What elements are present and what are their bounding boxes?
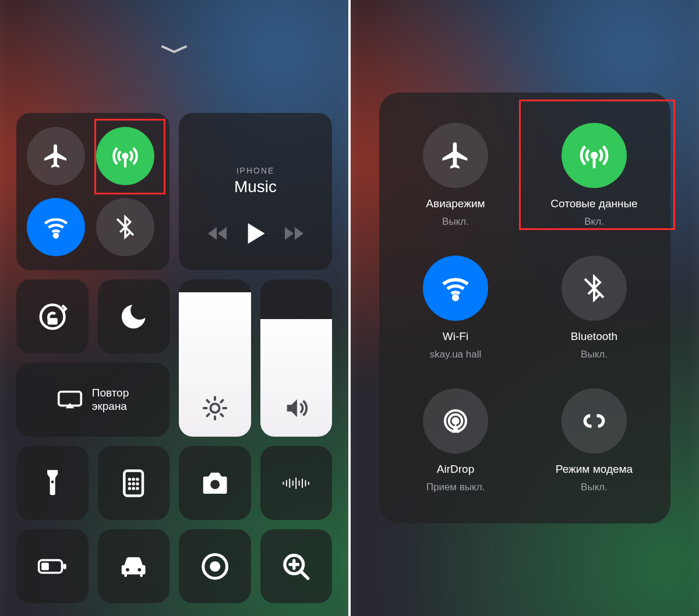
svg-point-48 bbox=[454, 296, 458, 300]
svg-point-19 bbox=[136, 477, 139, 480]
wifi-toggle[interactable] bbox=[27, 198, 85, 256]
rewind-button[interactable] bbox=[206, 225, 228, 242]
hotspot-label: Режим модема bbox=[556, 463, 633, 476]
cellular-data-toggle[interactable] bbox=[562, 123, 627, 188]
wifi-cell[interactable]: Wi-Fi skay.ua hall bbox=[386, 242, 525, 374]
airplane-mode-label: Авиарежим bbox=[426, 197, 485, 210]
voice-memo-button[interactable] bbox=[260, 446, 333, 520]
svg-point-25 bbox=[136, 487, 139, 490]
svg-point-20 bbox=[128, 482, 131, 485]
screen-mirroring-button[interactable]: Повторэкрана bbox=[16, 363, 170, 437]
svg-point-23 bbox=[128, 487, 131, 490]
airplane-mode-toggle[interactable] bbox=[423, 123, 488, 188]
airdrop-cell[interactable]: AirDrop Прием выкл. bbox=[386, 374, 525, 507]
volume-icon bbox=[283, 395, 309, 422]
airplane-mode-cell[interactable]: Авиарежим Выкл. bbox=[386, 109, 525, 242]
svg-rect-38 bbox=[41, 562, 49, 570]
connectivity-expanded-module: Авиарежим Выкл. Сотовые данные Вкл. Wi-F… bbox=[379, 93, 670, 523]
svg-point-47 bbox=[592, 153, 596, 158]
svg-point-26 bbox=[210, 480, 220, 489]
svg-line-44 bbox=[301, 572, 308, 578]
svg-point-40 bbox=[137, 568, 141, 571]
cellular-data-toggle[interactable] bbox=[96, 127, 154, 185]
hotspot-status: Выкл. bbox=[581, 482, 608, 493]
cellular-data-cell[interactable]: Сотовые данные Вкл. bbox=[525, 109, 663, 242]
cellular-data-label: Сотовые данные bbox=[550, 197, 637, 210]
wifi-label: Wi-Fi bbox=[443, 330, 468, 343]
driving-mode-button[interactable] bbox=[98, 529, 170, 603]
svg-rect-37 bbox=[63, 564, 66, 569]
bluetooth-label: Bluetooth bbox=[571, 330, 617, 343]
play-button[interactable] bbox=[246, 222, 266, 245]
magnifier-button[interactable] bbox=[260, 529, 333, 603]
hotspot-toggle[interactable] bbox=[562, 388, 627, 454]
wifi-status: skay.ua hall bbox=[430, 349, 482, 360]
airdrop-status: Прием выкл. bbox=[426, 482, 485, 493]
svg-line-11 bbox=[221, 414, 223, 416]
svg-line-13 bbox=[221, 400, 223, 402]
bluetooth-status: Выкл. bbox=[581, 349, 608, 360]
connectivity-module[interactable] bbox=[16, 113, 170, 270]
svg-line-10 bbox=[207, 400, 209, 402]
svg-point-50 bbox=[453, 419, 458, 424]
cellular-data-status: Вкл. bbox=[584, 216, 604, 228]
music-module[interactable]: IPHONE Music bbox=[179, 113, 332, 270]
svg-point-18 bbox=[132, 477, 135, 480]
brightness-icon bbox=[202, 395, 228, 422]
svg-point-22 bbox=[136, 482, 139, 485]
control-center-pane: IPHONE Music bbox=[0, 0, 348, 616]
bluetooth-toggle[interactable] bbox=[562, 256, 627, 321]
screen-mirroring-label: Повторэкрана bbox=[92, 387, 129, 413]
airplane-mode-toggle[interactable] bbox=[27, 127, 85, 185]
orientation-lock-toggle[interactable] bbox=[16, 279, 89, 353]
bluetooth-toggle[interactable] bbox=[96, 198, 154, 256]
bluetooth-cell[interactable]: Bluetooth Выкл. bbox=[525, 242, 663, 374]
svg-rect-4 bbox=[47, 318, 57, 324]
airdrop-toggle[interactable] bbox=[423, 388, 488, 454]
svg-point-24 bbox=[132, 487, 135, 490]
calculator-button[interactable] bbox=[98, 446, 170, 520]
music-app-title: Music bbox=[234, 178, 277, 196]
expanded-connectivity-pane: Авиарежим Выкл. Сотовые данные Вкл. Wi-F… bbox=[348, 0, 699, 616]
forward-button[interactable] bbox=[283, 225, 305, 242]
svg-point-1 bbox=[54, 234, 58, 238]
volume-slider[interactable] bbox=[260, 279, 333, 437]
screen-record-button[interactable] bbox=[179, 529, 251, 603]
music-source-label: IPHONE bbox=[236, 166, 275, 175]
low-power-button[interactable] bbox=[16, 529, 89, 603]
svg-point-42 bbox=[210, 561, 220, 571]
svg-point-3 bbox=[40, 305, 64, 328]
svg-point-39 bbox=[126, 568, 129, 571]
svg-point-0 bbox=[123, 154, 127, 158]
dismiss-chevron-icon[interactable] bbox=[161, 45, 187, 54]
svg-point-21 bbox=[132, 482, 135, 485]
airplane-mode-status: Выкл. bbox=[442, 216, 469, 228]
flashlight-button[interactable] bbox=[16, 446, 89, 520]
svg-point-17 bbox=[128, 477, 131, 480]
brightness-slider[interactable] bbox=[179, 279, 251, 437]
svg-point-15 bbox=[51, 480, 54, 483]
wifi-toggle[interactable] bbox=[423, 256, 488, 321]
svg-point-5 bbox=[210, 403, 219, 412]
camera-button[interactable] bbox=[179, 446, 251, 520]
do-not-disturb-toggle[interactable] bbox=[98, 279, 170, 353]
airdrop-label: AirDrop bbox=[437, 463, 474, 476]
hotspot-cell[interactable]: Режим модема Выкл. bbox=[525, 374, 663, 507]
svg-line-12 bbox=[207, 414, 209, 416]
